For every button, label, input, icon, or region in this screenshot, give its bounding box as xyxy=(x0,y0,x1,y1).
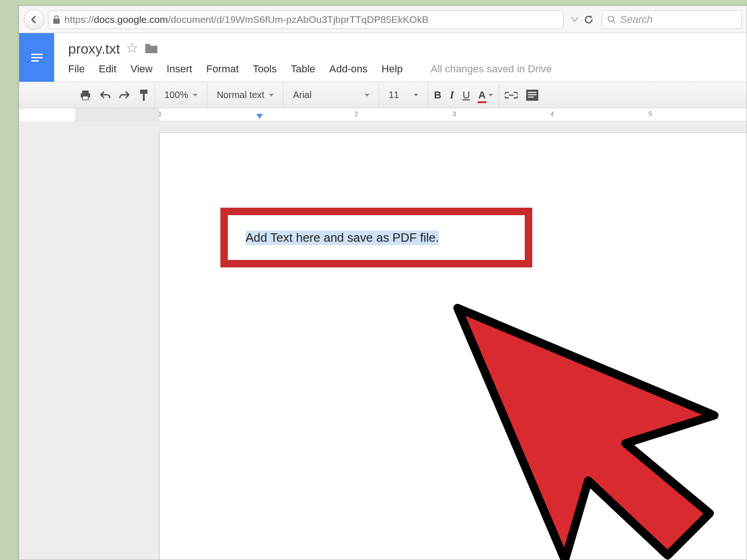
lock-icon xyxy=(53,15,60,24)
browser-url-bar: https://docs.google.com/document/d/19WmS… xyxy=(19,6,747,33)
svg-line-1 xyxy=(613,21,615,23)
search-placeholder: Search xyxy=(620,14,653,26)
size-group: 11 xyxy=(379,82,428,108)
ruler-tick: 5 xyxy=(648,110,652,118)
align-icon[interactable] xyxy=(526,90,538,101)
style-value: Normal text xyxy=(217,90,264,100)
ruler-tick: 2 xyxy=(354,110,358,118)
star-icon[interactable] xyxy=(127,42,138,56)
url-actions xyxy=(567,14,598,25)
docs-logo-icon xyxy=(28,49,45,66)
svg-rect-7 xyxy=(83,96,88,100)
annotation-cursor-arrow-icon xyxy=(448,303,738,560)
menu-bar: File Edit View Insert Format Tools Table… xyxy=(68,60,737,80)
font-value: Arial xyxy=(293,90,311,100)
toolbar-actions-group xyxy=(80,82,155,108)
svg-rect-2 xyxy=(31,54,42,55)
svg-rect-4 xyxy=(31,60,39,62)
italic-button[interactable]: I xyxy=(450,89,454,101)
link-icon[interactable] xyxy=(505,91,518,99)
paint-format-icon[interactable] xyxy=(139,89,149,101)
title-row: proxy.txt xyxy=(68,38,737,60)
ruler-margin-left xyxy=(75,108,159,121)
horizontal-ruler[interactable]: 1 2 3 4 5 xyxy=(75,108,747,121)
save-status: All changes saved in Drive xyxy=(431,63,552,75)
font-select[interactable]: Arial xyxy=(289,90,373,100)
underline-button[interactable]: U xyxy=(463,89,470,101)
menu-tools[interactable]: Tools xyxy=(253,63,276,75)
url-text-path: /document/d/19WmS6fUm-pzAbOu3TjbprTTqDP8… xyxy=(168,14,429,25)
search-icon xyxy=(607,15,616,24)
ruler-tick: 1 xyxy=(158,110,162,118)
menu-addons[interactable]: Add-ons xyxy=(329,63,367,75)
url-text-prefix: https:// xyxy=(64,14,94,25)
svg-rect-3 xyxy=(31,57,42,58)
formatting-toolbar: 100% Normal text Arial 11 B I U xyxy=(19,82,747,108)
redo-icon[interactable] xyxy=(119,91,130,100)
indent-marker-icon[interactable] xyxy=(256,114,263,119)
menu-help[interactable]: Help xyxy=(381,63,402,75)
size-value: 11 xyxy=(388,90,399,100)
dropdown-icon[interactable] xyxy=(571,17,578,22)
zoom-value: 100% xyxy=(164,90,188,100)
document-title[interactable]: proxy.txt xyxy=(68,41,120,57)
ruler-tick: 3 xyxy=(452,110,456,118)
search-input[interactable]: Search xyxy=(602,10,742,29)
caret-icon xyxy=(269,94,274,97)
folder-icon[interactable] xyxy=(144,42,158,56)
menu-file[interactable]: File xyxy=(68,63,85,75)
menu-view[interactable]: View xyxy=(130,63,152,75)
svg-rect-5 xyxy=(82,91,89,93)
caret-icon xyxy=(193,94,197,97)
docs-header: proxy.txt File Edit View Insert Format T… xyxy=(19,33,747,82)
font-size-select[interactable]: 11 xyxy=(385,90,422,100)
url-text-domain: docs.google.com xyxy=(94,14,168,25)
text-format-group: B I U A xyxy=(428,82,499,108)
font-group: Arial xyxy=(283,82,379,108)
menu-format[interactable]: Format xyxy=(206,63,239,75)
print-icon[interactable] xyxy=(80,90,91,100)
document-selected-text[interactable]: Add Text here and save as PDF file. xyxy=(246,231,439,245)
insert-group xyxy=(499,82,544,108)
undo-icon[interactable] xyxy=(99,91,111,100)
menu-insert[interactable]: Insert xyxy=(167,63,192,75)
caret-icon xyxy=(365,94,369,97)
url-input[interactable]: https://docs.google.com/document/d/19WmS… xyxy=(48,10,564,29)
zoom-group: 100% xyxy=(155,82,207,108)
docs-logo[interactable] xyxy=(19,33,54,82)
editor-gutter xyxy=(19,121,75,560)
docs-title-area: proxy.txt File Edit View Insert Format T… xyxy=(54,33,747,82)
style-group: Normal text xyxy=(207,82,283,108)
caret-icon xyxy=(414,94,418,97)
paragraph-style-select[interactable]: Normal text xyxy=(213,90,277,100)
caret-icon xyxy=(488,94,493,97)
svg-rect-8 xyxy=(140,90,148,94)
zoom-select[interactable]: 100% xyxy=(161,90,201,100)
ruler-tick: 4 xyxy=(550,110,554,118)
menu-table[interactable]: Table xyxy=(291,63,316,75)
svg-point-0 xyxy=(608,16,614,21)
arrow-left-icon xyxy=(29,14,39,25)
bold-button[interactable]: B xyxy=(434,89,441,101)
annotation-highlight-box: Add Text here and save as PDF file. xyxy=(220,208,532,267)
svg-rect-9 xyxy=(143,94,145,101)
back-button[interactable] xyxy=(24,9,44,30)
menu-edit[interactable]: Edit xyxy=(99,63,116,75)
refresh-icon[interactable] xyxy=(583,14,594,25)
text-color-button[interactable]: A xyxy=(479,89,486,101)
